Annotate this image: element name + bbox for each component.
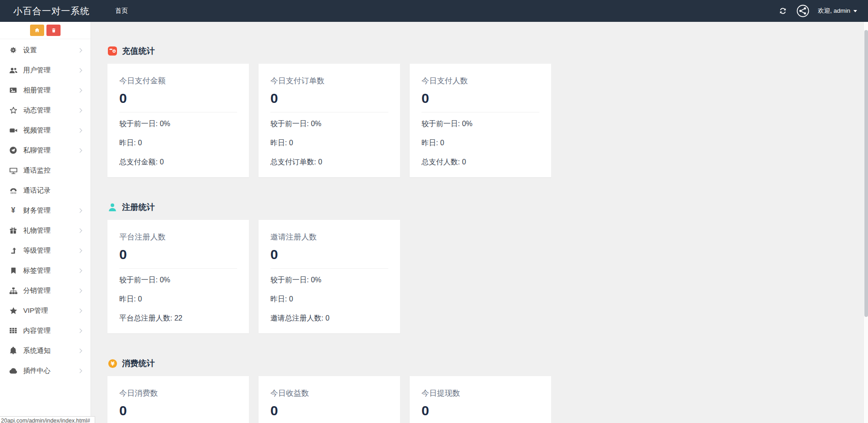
card-row: 总支付人数: 0 xyxy=(421,153,539,172)
sitemap-icon xyxy=(8,286,18,295)
star-icon xyxy=(8,306,18,315)
stat-card-withdraw-today: 今日提现数 0 较于前一日: 0% xyxy=(410,376,551,423)
sidebar-item-users[interactable]: 用户管理 xyxy=(0,60,91,80)
sidebar-item-vip[interactable]: VIP管理 xyxy=(0,301,91,321)
cards-row: 平台注册人数 0 较于前一日: 0% 昨日: 0 平台总注册人数: 22 邀请注… xyxy=(107,220,868,333)
chevron-right-icon xyxy=(78,48,82,52)
stat-card-income-today: 今日收益数 0 较于前一日: 0% xyxy=(259,376,400,423)
chevron-right-icon xyxy=(78,68,82,72)
sidebar-item-gifts[interactable]: 礼物管理 xyxy=(0,220,91,240)
sidebar-item-videos[interactable]: 视频管理 xyxy=(0,120,91,140)
sidebar-item-label: 私聊管理 xyxy=(23,146,78,155)
sidebar-item-moments[interactable]: 动态管理 xyxy=(0,100,91,120)
yen-circle-icon: ¥ xyxy=(107,358,117,368)
users-icon xyxy=(8,66,18,75)
sidebar-item-content[interactable]: 内容管理 xyxy=(0,321,91,341)
chevron-right-icon xyxy=(78,348,82,353)
gift-icon xyxy=(8,226,18,235)
chevron-right-icon xyxy=(78,228,82,233)
sidebar-item-albums[interactable]: 相册管理 xyxy=(0,80,91,100)
sidebar-item-label: 分销管理 xyxy=(23,286,78,295)
share-network-icon[interactable] xyxy=(796,4,810,18)
sidebar-item-private-chat[interactable]: 私聊管理 xyxy=(0,140,91,160)
sidebar-item-label: 插件中心 xyxy=(23,367,78,375)
sidebar-item-plugins[interactable]: 插件中心 xyxy=(0,361,91,381)
card-row: 较于前一日: 0% xyxy=(270,270,388,290)
trash-button[interactable] xyxy=(46,25,61,36)
sidebar-item-settings[interactable]: 设置 xyxy=(0,40,91,60)
user-menu[interactable]: 欢迎, admin xyxy=(818,7,857,15)
sidebar-toolbar xyxy=(0,22,91,39)
bookmark-icon xyxy=(8,266,18,275)
section-header: 注册统计 xyxy=(107,202,868,213)
stat-card-pay-amount: 今日支付金额 0 较于前一日: 0% 昨日: 0 总支付金额: 0 xyxy=(107,64,249,177)
sidebar-item-levels[interactable]: 等级管理 xyxy=(0,240,91,260)
sidebar-item-label: 动态管理 xyxy=(23,106,78,115)
yen-icon: ¥ xyxy=(8,206,18,215)
sidebar-item-label: 设置 xyxy=(23,46,78,55)
status-url-bubble: 20api.com/admin/index/index.html# xyxy=(0,416,95,423)
stat-card-consume-today: 今日消费数 0 较于前一日: 0% xyxy=(107,376,249,423)
section-recharge-stats: 充值统计 今日支付金额 0 较于前一日: 0% 昨日: 0 总支付金额: 0 今… xyxy=(107,46,868,177)
sidebar-item-finance[interactable]: ¥ 财务管理 xyxy=(0,200,91,220)
chevron-right-icon xyxy=(78,128,82,133)
chevron-right-icon xyxy=(78,108,82,112)
card-row: 总支付金额: 0 xyxy=(119,153,237,172)
chevron-right-icon xyxy=(78,248,82,253)
card-value: 0 xyxy=(119,91,237,106)
chevron-right-icon xyxy=(78,148,82,153)
vertical-scrollbar[interactable] xyxy=(863,22,868,423)
card-title: 今日消费数 xyxy=(119,388,237,398)
sidebar-item-call-monitor[interactable]: 通话监控 xyxy=(0,160,91,180)
chevron-right-icon xyxy=(78,268,82,273)
retro-phone-icon xyxy=(8,186,18,195)
top-navbar: 小百合一对一系统 首页 欢迎, admin xyxy=(0,0,868,22)
card-row: 较于前一日: 0% xyxy=(270,114,388,133)
sidebar-item-label: 等级管理 xyxy=(23,246,78,255)
sidebar-item-label: 标签管理 xyxy=(23,266,78,275)
cards-row: 今日支付金额 0 较于前一日: 0% 昨日: 0 总支付金额: 0 今日支付订单… xyxy=(107,64,868,177)
desktop-icon xyxy=(8,166,18,175)
divider xyxy=(119,268,237,269)
sidebar-item-label: 用户管理 xyxy=(23,66,78,75)
chevron-right-icon xyxy=(78,88,82,92)
sidebar-item-label: 视频管理 xyxy=(23,126,78,135)
welcome-text: 欢迎, admin xyxy=(818,7,850,15)
chevron-right-icon xyxy=(78,328,82,333)
refresh-icon[interactable] xyxy=(778,6,788,16)
sidebar-item-label: 内容管理 xyxy=(23,326,78,335)
sidebar-item-label: 系统通知 xyxy=(23,347,78,355)
bell-icon xyxy=(8,346,18,355)
caret-down-icon xyxy=(853,10,857,12)
nav-tab-home[interactable]: 首页 xyxy=(108,0,135,22)
chevron-right-icon xyxy=(78,308,82,313)
sidebar: 设置 用户管理 相册管理 动态管理 xyxy=(0,22,91,423)
stat-card-pay-users: 今日支付人数 0 较于前一日: 0% 昨日: 0 总支付人数: 0 xyxy=(410,64,551,177)
grid-icon xyxy=(8,326,18,335)
card-value: 0 xyxy=(270,403,388,418)
card-title: 今日支付订单数 xyxy=(270,76,388,86)
card-title: 今日提现数 xyxy=(421,388,539,398)
divider xyxy=(270,268,388,269)
card-value: 0 xyxy=(270,247,388,262)
section-title: 充值统计 xyxy=(122,46,155,56)
sidebar-item-tags[interactable]: 标签管理 xyxy=(0,260,91,280)
video-camera-icon xyxy=(8,126,18,135)
card-value: 0 xyxy=(119,403,237,418)
sidebar-item-distribution[interactable]: 分销管理 xyxy=(0,280,91,301)
wallet-icon xyxy=(107,46,117,56)
section-register-stats: 注册统计 平台注册人数 0 较于前一日: 0% 昨日: 0 平台总注册人数: 2… xyxy=(107,202,868,333)
card-row: 较于前一日: 0% xyxy=(119,270,237,290)
card-value: 0 xyxy=(421,403,539,418)
home-button[interactable] xyxy=(30,25,44,36)
sidebar-item-notifications[interactable]: 系统通知 xyxy=(0,341,91,361)
sidebar-item-label: VIP管理 xyxy=(23,306,78,315)
sidebar-item-call-records[interactable]: 通话记录 xyxy=(0,180,91,200)
card-row: 昨日: 0 xyxy=(270,133,388,153)
scrollbar-thumb[interactable] xyxy=(864,30,868,317)
divider xyxy=(119,112,237,112)
card-row: 较于前一日: 0% xyxy=(119,114,237,133)
sidebar-menu: 设置 用户管理 相册管理 动态管理 xyxy=(0,39,91,381)
sidebar-item-label: 通话监控 xyxy=(23,166,83,175)
status-url-text: 20api.com/admin/index/index.html# xyxy=(1,418,90,423)
